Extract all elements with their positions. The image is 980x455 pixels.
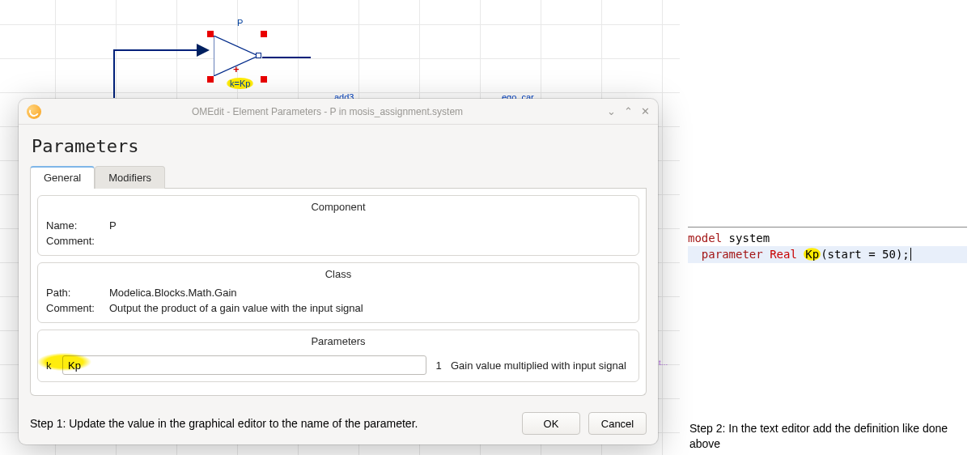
param-k-input[interactable] — [62, 355, 426, 375]
block-param-label: k=Kp — [227, 78, 253, 89]
tab-page-general: Component Name: P Comment: Class Path: M… — [30, 189, 647, 396]
dialog-heading: Parameters — [32, 136, 647, 156]
tab-modifiers[interactable]: Modifiers — [95, 166, 165, 189]
output-port[interactable] — [256, 53, 261, 58]
code-type-real: Real — [770, 248, 797, 261]
code-editor-panel: model system parameter Real Kp(start = 5… — [688, 227, 967, 263]
step2-text: Step 2: In the text editor add the defin… — [689, 421, 965, 452]
param-k-desc: Gain value multiplied with input signal — [451, 359, 626, 372]
code-model-name: system — [729, 232, 770, 245]
wire-out — [262, 57, 311, 58]
value-path: Modelica.Blocks.Math.Gain — [109, 287, 237, 299]
dialog-title: OMEdit - Element Parameters - P in mosis… — [48, 106, 607, 117]
label-path: Path: — [46, 287, 104, 299]
text-cursor-icon — [910, 248, 911, 261]
label-class-comment: Comment: — [46, 302, 104, 314]
value-name: P — [109, 219, 117, 232]
resize-handle[interactable] — [261, 31, 267, 37]
omedit-app-icon — [27, 104, 41, 119]
group-title-class: Class — [46, 266, 630, 285]
group-parameters: Parameters k 1 Gain value multiplied wit… — [37, 330, 639, 382]
wire-horizontal — [113, 49, 202, 51]
resize-handle[interactable] — [261, 76, 267, 83]
plus-icon: + — [233, 63, 240, 75]
code-keyword-model: model — [688, 232, 722, 245]
group-title-parameters: Parameters — [46, 334, 630, 352]
group-title-component: Component — [46, 199, 630, 218]
label-comment: Comment: — [46, 235, 104, 247]
label-name: Name: — [46, 219, 104, 232]
param-k-label: k — [46, 359, 56, 372]
group-component: Component Name: P Comment: — [37, 195, 639, 256]
code-ident-kp: Kp — [804, 248, 821, 261]
dialog-titlebar[interactable]: OMEdit - Element Parameters - P in mosis… — [19, 99, 658, 125]
param-k-unit: 1 — [433, 359, 444, 372]
ok-button[interactable]: OK — [522, 412, 580, 435]
truncated-label: t… — [659, 359, 668, 367]
window-minimize-icon[interactable]: 󠀠⌄ — [607, 105, 616, 117]
code-rest: (start = 50); — [821, 248, 910, 261]
window-maximize-icon[interactable]: ⌃ — [624, 105, 633, 117]
group-class: Class Path: Modelica.Blocks.Math.Gain Co… — [37, 262, 639, 323]
cancel-button[interactable]: Cancel — [588, 412, 647, 435]
window-close-icon[interactable]: ✕ — [641, 105, 650, 117]
element-parameters-dialog: OMEdit - Element Parameters - P in mosis… — [19, 99, 658, 444]
wire-vertical — [113, 49, 115, 98]
input-port-arrow-icon — [197, 44, 210, 57]
code-editor[interactable]: model system parameter Real Kp(start = 5… — [688, 227, 967, 263]
gain-block[interactable]: + — [209, 26, 267, 84]
resize-handle[interactable] — [207, 31, 214, 37]
value-class-comment: Output the product of a gain value with … — [109, 302, 363, 314]
code-keyword-parameter: parameter — [702, 248, 763, 261]
step1-text: Step 1: Update the value in the graphica… — [30, 417, 514, 430]
tab-bar: General Modifiers — [30, 166, 647, 189]
resize-handle[interactable] — [207, 76, 214, 83]
tab-general[interactable]: General — [30, 166, 95, 189]
